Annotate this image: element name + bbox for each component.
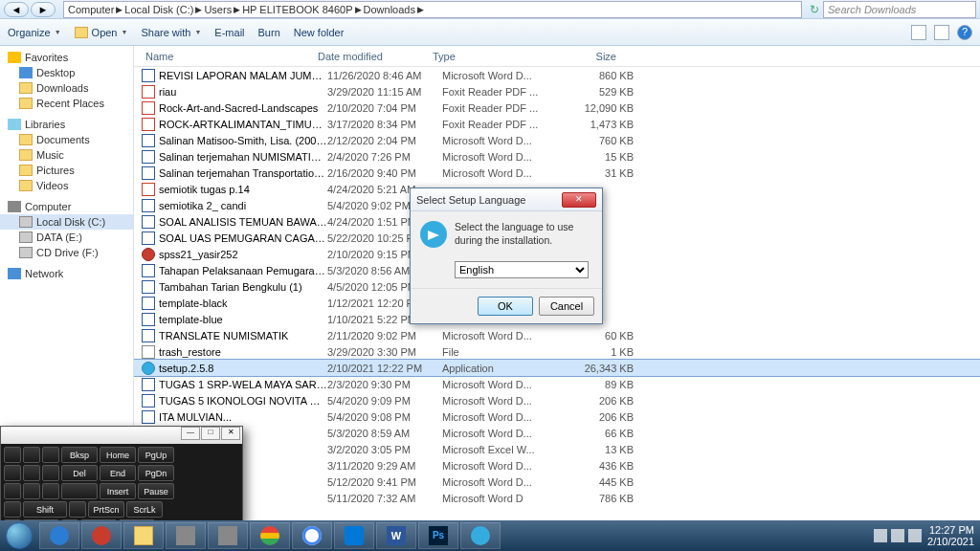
osk-key[interactable]: PgDn	[138, 465, 174, 481]
search-input[interactable]: Search Downloads	[823, 1, 976, 18]
taskbar-edge[interactable]	[334, 522, 374, 549]
sidebar-item-desktop[interactable]: Desktop	[0, 65, 133, 80]
taskbar-word[interactable]: W	[376, 522, 416, 549]
nav-forward[interactable]: ►	[31, 2, 56, 17]
osk-key[interactable]	[42, 465, 59, 481]
sidebar-item-data-e[interactable]: DATA (E:)	[0, 230, 133, 245]
file-row[interactable]: TUGAS 1 SRP-WELA MAYA SARI-I1C1170...2/3…	[134, 376, 980, 392]
taskbar-chrome[interactable]	[250, 522, 290, 549]
file-row[interactable]: Salinan terjemahan NUMISMATICS PHILI...2…	[134, 148, 980, 165]
dialog-titlebar[interactable]: Select Setup Language ✕	[411, 188, 602, 211]
file-row[interactable]: Kuliah Pemug...5/3/2020 8:59 AMMicrosoft…	[134, 425, 980, 441]
taskbar-app2[interactable]	[208, 522, 248, 549]
osk-key[interactable]	[23, 483, 40, 499]
cancel-button[interactable]: Cancel	[539, 297, 594, 316]
taskbar-photoshop[interactable]: Ps	[418, 522, 458, 549]
osk-key[interactable]	[4, 501, 21, 518]
file-row[interactable]: REVISI LAPORAN MALAM JUMAT!111/26/2020 8…	[134, 67, 980, 83]
osk-key[interactable]: PgUp	[138, 447, 174, 463]
email-button[interactable]: E-mail	[214, 27, 244, 38]
tray-flag-icon[interactable]	[874, 529, 887, 542]
sidebar-item-documents[interactable]: Documents	[0, 132, 133, 147]
breadcrumb-item[interactable]: Downloads	[364, 4, 415, 15]
file-row[interactable]: 3/2/2020 3:05 PMMicrosoft Excel W...13 K…	[134, 441, 980, 457]
sidebar-network[interactable]: Network	[0, 266, 133, 281]
sidebar-item-pictures[interactable]: Pictures	[0, 163, 133, 178]
file-row[interactable]: TUGAS 5 IKONOLOGI NOVITA MULVIAN...5/4/2…	[134, 392, 980, 408]
preview-icon[interactable]	[934, 25, 949, 40]
osk-key[interactable]: ScrLk	[126, 501, 163, 518]
organize-menu[interactable]: Organize▼	[8, 27, 61, 38]
file-row[interactable]: riau3/29/2020 11:15 AMFoxit Reader PDF .…	[134, 83, 980, 99]
close-icon[interactable]: ✕	[562, 192, 596, 208]
osk-key[interactable]	[23, 465, 40, 481]
sidebar-item-localdisk-c[interactable]: Local Disk (C:)	[0, 214, 133, 230]
osk-key[interactable]: Home	[100, 447, 136, 463]
osk-close[interactable]: ✕	[221, 427, 240, 440]
file-row[interactable]: A5/11/2020 7:32 AMMicrosoft Word D786 KB	[134, 490, 980, 506]
share-menu[interactable]: Share with▼	[141, 27, 201, 38]
breadcrumb-item[interactable]: HP ELITEBOOK 8460P	[242, 4, 352, 15]
sidebar-item-music[interactable]: Music	[0, 147, 133, 163]
sidebar-item-downloads[interactable]: Downloads	[0, 80, 133, 96]
osk-key[interactable]	[4, 447, 21, 463]
open-button[interactable]: Open▼	[75, 27, 128, 38]
osk-key[interactable]	[42, 483, 59, 499]
breadcrumb[interactable]: Computer▶Local Disk (C:)▶Users▶HP ELITEB…	[63, 1, 802, 18]
taskbar[interactable]: W Ps 12:27 PM2/10/2021	[0, 520, 980, 551]
help-icon[interactable]: ?	[957, 25, 972, 40]
breadcrumb-item[interactable]: Computer	[68, 4, 114, 15]
osk-maximize[interactable]: □	[201, 427, 220, 440]
system-tray[interactable]: 12:27 PM2/10/2021	[874, 524, 980, 547]
newfolder-button[interactable]: New folder	[294, 27, 345, 38]
taskbar-ie[interactable]	[39, 522, 79, 549]
tray-volume-icon[interactable]	[908, 529, 922, 542]
language-select[interactable]: English	[455, 261, 589, 278]
osk-key[interactable]: Insert	[100, 483, 136, 499]
sidebar-item-recent[interactable]: Recent Places	[0, 96, 133, 111]
file-row[interactable]: Salinan Matisoo-Smith, Lisa. (2009). On …	[134, 132, 980, 148]
nav-back[interactable]: ◄	[4, 2, 29, 17]
column-header[interactable]: Name Date modified Type Size	[134, 46, 980, 67]
osk-key[interactable]	[4, 465, 21, 481]
sidebar-item-cddrive-f[interactable]: CD Drive (F:)	[0, 245, 133, 260]
osk-key[interactable]: PrtScn	[88, 501, 124, 518]
osk-key[interactable]: End	[100, 465, 136, 481]
file-row[interactable]: ROCK-ARTKALIMANTAN_TIMUR_JENIS_...3/17/2…	[134, 116, 980, 132]
sidebar-computer[interactable]: Computer	[0, 199, 133, 214]
osk-key[interactable]	[23, 447, 40, 463]
taskbar-app1[interactable]	[166, 522, 206, 549]
clock[interactable]: 12:27 PM2/10/2021	[927, 524, 974, 547]
breadcrumb-item[interactable]: Local Disk (C:)	[124, 4, 193, 15]
file-row[interactable]: TRANSLATE NUMISMATIK2/11/2020 9:02 PMMic…	[134, 327, 980, 343]
file-row[interactable]: Rock-Art-and-Sacred-Landscapes2/10/2020 …	[134, 99, 980, 116]
osk-key[interactable]	[42, 447, 59, 463]
view-icon[interactable]	[911, 25, 926, 40]
taskbar-chromium[interactable]	[292, 522, 332, 549]
osk-key[interactable]: Bksp	[61, 447, 98, 463]
file-row[interactable]: Salinan terjemahan Transportation on th.…	[134, 165, 980, 181]
taskbar-explorer[interactable]	[123, 522, 164, 549]
sidebar-libraries[interactable]: Libraries	[0, 117, 133, 132]
osk-key[interactable]: Pause	[138, 483, 174, 499]
breadcrumb-item[interactable]: Users	[204, 4, 232, 15]
osk-key[interactable]	[69, 501, 86, 518]
sidebar-favorites[interactable]: Favorites	[0, 50, 133, 65]
tray-network-icon[interactable]	[891, 529, 904, 542]
taskbar-telegram[interactable]	[460, 522, 501, 549]
file-row[interactable]: I_I1C1170085/12/2020 9:41 PMMicrosoft Wo…	[134, 474, 980, 490]
osk-key[interactable]	[61, 483, 98, 499]
start-button[interactable]	[0, 520, 38, 551]
refresh-icon[interactable]: ↻	[806, 3, 823, 16]
osk-key[interactable]: Shift	[23, 501, 67, 518]
ok-button[interactable]: OK	[478, 297, 533, 316]
osk-key[interactable]: Del	[61, 465, 98, 481]
burn-button[interactable]: Burn	[258, 27, 280, 38]
file-row[interactable]: tsetup.2.5.82/10/2021 12:22 PMApplicatio…	[134, 360, 980, 376]
osk-minimize[interactable]: —	[181, 427, 200, 440]
file-row[interactable]: ITA MULVIAN...5/4/2020 9:08 PMMicrosoft …	[134, 408, 980, 425]
taskbar-opera[interactable]	[81, 522, 122, 549]
osk-key[interactable]	[4, 483, 21, 499]
file-row[interactable]: 3/11/2020 9:29 AMMicrosoft Word D...436 …	[134, 457, 980, 474]
file-row[interactable]: trash_restore3/29/2020 3:30 PMFile1 KB	[134, 343, 980, 360]
